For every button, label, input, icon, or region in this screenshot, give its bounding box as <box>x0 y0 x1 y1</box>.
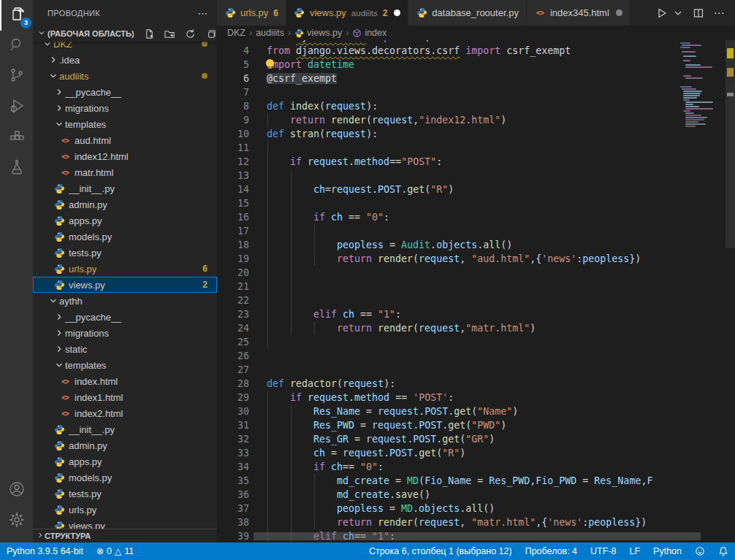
html-file-icon: <> <box>61 394 69 402</box>
refresh-icon[interactable] <box>185 28 196 39</box>
problems-status[interactable]: ⊗ 0 △ 11 <box>90 542 140 560</box>
code-line-25: 25 <box>217 335 678 349</box>
code-line-30: 30Res_Name = request.POST.get("Name") <box>217 404 678 418</box>
tree-item-tests.py[interactable]: tests.py <box>33 245 217 261</box>
tree-item-migrations[interactable]: migrations <box>33 100 217 116</box>
collapse-folders-icon[interactable] <box>205 28 216 39</box>
new-file-icon[interactable] <box>144 28 155 39</box>
search-icon <box>8 36 26 56</box>
tree-item-models.py[interactable]: models.py <box>33 229 217 245</box>
workspace-section-header[interactable]: (РАБОЧАЯ ОБЛАСТЬ) ... <box>33 26 217 42</box>
line-number: 31 <box>217 418 249 432</box>
tree-item-templates[interactable]: templates <box>33 357 217 373</box>
feedback-icon[interactable] <box>688 542 712 560</box>
python-file-icon <box>53 423 65 435</box>
line-number: 32 <box>217 432 249 446</box>
activity-search-icon[interactable] <box>0 31 33 61</box>
tab-database_roouter.py[interactable]: database_roouter.py <box>408 0 527 26</box>
cursor-position-status[interactable]: Строка 6, столбец 1 (выбрано 12) <box>362 542 519 560</box>
indentation-status[interactable]: Пробелов: 4 <box>519 542 584 560</box>
breadcrumb-item-index[interactable]: index <box>352 28 386 38</box>
tree-item-admin.py[interactable]: admin.py <box>33 196 217 212</box>
sidebar-header: ПРОВОДНИК ⋯ <box>33 0 217 26</box>
tree-item-templates[interactable]: templates <box>33 116 217 132</box>
tree-item-__init__.py[interactable]: __init__.py <box>33 180 217 196</box>
tree-item-apps.py[interactable]: apps.py <box>33 453 217 469</box>
python-file-icon <box>53 456 65 467</box>
tree-item-label: aud.html <box>75 135 111 146</box>
code-editor[interactable]: 3from aythh.models import MD,Audit4from … <box>217 26 678 542</box>
run-dropdown-icon[interactable] <box>671 6 685 20</box>
breadcrumb-label: DKZ <box>227 28 245 38</box>
tree-item-static[interactable]: static <box>33 341 217 357</box>
code-line-24: 24return render(request,"matr.html") <box>217 321 678 335</box>
activity-run-debug-icon[interactable] <box>0 92 33 123</box>
activity-extensions-icon[interactable] <box>0 123 33 153</box>
encoding-status[interactable]: UTF-8 <box>584 542 622 560</box>
language-mode-status[interactable]: Python <box>647 542 688 560</box>
tree-item-admin.py[interactable]: admin.py <box>33 437 217 453</box>
tree-item-index2.html[interactable]: <>index2.html <box>33 405 217 421</box>
more-actions-icon[interactable]: ⋯ <box>712 6 726 20</box>
tree-item-urls.py[interactable]: urls.py6 <box>33 261 217 277</box>
tree-item-matr.html[interactable]: <>matr.html <box>33 164 217 180</box>
tree-item-__pycache__[interactable]: __pycache__ <box>33 84 217 100</box>
breadcrumb-item-audiiits[interactable]: audiiits <box>256 28 284 38</box>
tree-item-urls.py[interactable]: urls.py <box>33 502 217 518</box>
chevron-right-icon <box>36 531 45 541</box>
tree-item-index12.html[interactable]: <>index12.html <box>33 148 217 164</box>
tree-item-audiiits[interactable]: audiiits <box>33 68 217 84</box>
testing-icon <box>8 158 26 179</box>
activity-source-control-icon[interactable] <box>0 61 33 92</box>
tree-item-aud.html[interactable]: <>aud.html <box>33 132 217 148</box>
tree-item-label: static <box>65 344 87 355</box>
tab-index345.html[interactable]: <>index345.html <box>527 0 631 26</box>
tab-urls.py[interactable]: urls.py6 <box>217 0 286 26</box>
tree-item-aythh[interactable]: aythh <box>33 293 217 309</box>
tree-item-apps.py[interactable]: apps.py <box>33 212 217 229</box>
tree-item-models.py[interactable]: models.py <box>33 469 217 486</box>
lightbulb-icon[interactable] <box>265 59 275 69</box>
breadcrumb-item-DKZ[interactable]: DKZ <box>227 28 245 38</box>
python-interpreter-status[interactable]: Python 3.9.5 64-bit <box>0 542 90 560</box>
tree-item-index1.html[interactable]: <>index1.html <box>33 389 217 405</box>
line-number: 29 <box>217 391 249 404</box>
python-file-icon <box>53 472 65 483</box>
modified-dot-icon[interactable] <box>616 9 622 16</box>
split-editor-icon[interactable] <box>691 6 706 20</box>
tree-item-migrations[interactable]: migrations <box>33 325 217 341</box>
tree-item-DKZ[interactable]: DKZ <box>33 42 217 52</box>
tree-item-label: DKZ <box>53 42 72 50</box>
notifications-bell-icon[interactable] <box>712 542 735 560</box>
outline-section-header[interactable]: СТРУКТУРА <box>33 529 217 542</box>
line-number: 13 <box>217 169 249 183</box>
activity-explorer-icon[interactable]: 3 <box>0 0 34 31</box>
activity-testing-icon[interactable] <box>0 153 33 184</box>
horizontal-scrollbar[interactable] <box>254 532 701 540</box>
breadcrumb-item-views.py[interactable]: views.py <box>294 28 342 38</box>
modified-dot-icon[interactable] <box>394 9 400 16</box>
outline-label: СТРУКТУРА <box>45 532 91 540</box>
run-python-file-icon[interactable] <box>655 6 669 20</box>
tab-label: views.py <box>310 7 346 18</box>
tree-item-tests.py[interactable]: tests.py <box>33 486 217 502</box>
tree-item-index.html[interactable]: <>index.html <box>33 373 217 389</box>
tree-item-views.py[interactable]: views.py2 <box>33 277 217 293</box>
minimap[interactable] <box>678 26 726 542</box>
line-number: 4 <box>217 44 249 58</box>
sidebar-more-icon[interactable]: ⋯ <box>198 7 208 19</box>
code-line-9: 9return render(request,"index12.html") <box>217 113 678 127</box>
code-line-8: 8def index(request): <box>217 99 678 113</box>
tree-item-.idea[interactable]: .idea <box>33 52 217 68</box>
vertical-scrollbar[interactable] <box>726 29 735 248</box>
tree-item-__init__.py[interactable]: __init__.py <box>33 421 217 437</box>
activity-account-icon[interactable] <box>0 475 33 506</box>
tab-views.py[interactable]: views.pyaudiiits2 <box>286 0 408 26</box>
tree-item-views.py[interactable]: views.py <box>33 518 217 529</box>
new-folder-icon[interactable] <box>164 28 175 39</box>
activity-bar: 3 <box>0 0 33 542</box>
eol-status[interactable]: LF <box>622 542 647 560</box>
workspace-label: (РАБОЧАЯ ОБЛАСТЬ) ... <box>47 29 134 38</box>
tree-item-__pycache__[interactable]: __pycache__ <box>33 309 217 325</box>
activity-settings-gear-icon[interactable] <box>0 506 33 537</box>
